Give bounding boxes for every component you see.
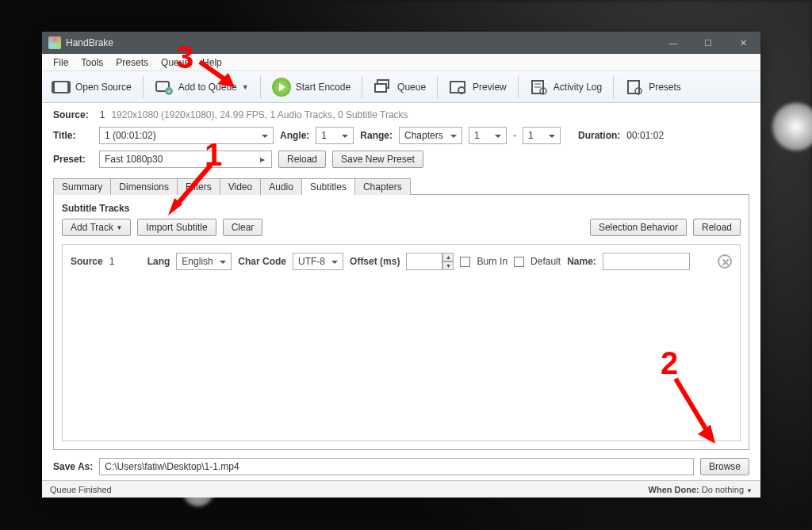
chevron-down-icon: ▼ (242, 83, 249, 91)
source-label: Source: (53, 109, 89, 120)
track-source-label: Source (71, 256, 103, 267)
presets-icon (625, 79, 644, 95)
tab-video[interactable]: Video (220, 178, 261, 195)
menu-queue[interactable]: Queue (155, 55, 196, 70)
queue-button[interactable]: Queue (369, 78, 431, 97)
tab-subtitles[interactable]: Subtitles (301, 178, 355, 195)
preview-button[interactable]: Preview (444, 78, 511, 97)
default-label: Default (530, 256, 561, 267)
preset-reload-button[interactable]: Reload (278, 151, 326, 168)
source-index: 1 (100, 109, 105, 120)
svg-rect-7 (375, 84, 386, 92)
presets-button[interactable]: Presets (620, 78, 686, 97)
track-charcode-select[interactable]: UTF-8 (293, 253, 343, 270)
save-new-preset-button[interactable]: Save New Preset (332, 151, 423, 168)
import-subtitle-button[interactable]: Import Subtitle (137, 219, 216, 236)
duration-value: 00:01:02 (626, 130, 664, 141)
menu-file[interactable]: File (47, 55, 75, 70)
tracks-list: Source 1 Lang English Char Code UTF-8 Of… (62, 244, 741, 441)
add-to-queue-label: Add to Queue (178, 82, 237, 93)
duration-label: Duration: (578, 130, 620, 141)
queue-icon (373, 79, 393, 95)
close-button[interactable]: ✕ (735, 38, 751, 48)
selection-behavior-button[interactable]: Selection Behavior (590, 219, 687, 236)
tab-chapters[interactable]: Chapters (354, 178, 411, 195)
range-label: Range: (360, 130, 393, 141)
tab-dimensions[interactable]: Dimensions (110, 178, 178, 195)
activity-log-label: Activity Log (553, 82, 602, 93)
remove-track-button[interactable] (718, 254, 732, 269)
burnin-checkbox[interactable] (460, 257, 470, 267)
activity-log-button[interactable]: Activity Log (525, 78, 607, 97)
menubar: File Tools Presets Queue Help (42, 54, 760, 71)
preview-label: Preview (473, 82, 507, 93)
open-source-label: Open Source (75, 82, 132, 93)
tabs: Summary Dimensions Filters Video Audio S… (53, 177, 749, 195)
browse-button[interactable]: Browse (700, 458, 749, 475)
menu-help[interactable]: Help (196, 55, 228, 70)
track-name-label: Name: (567, 256, 596, 267)
burnin-label: Burn In (477, 256, 508, 267)
default-checkbox[interactable] (514, 257, 524, 267)
film-icon (52, 79, 71, 95)
when-done-label: When Done: (649, 485, 699, 494)
app-title: HandBrake (66, 37, 665, 48)
svg-rect-2 (67, 82, 70, 93)
angle-label: Angle: (280, 130, 309, 141)
tab-summary[interactable]: Summary (53, 178, 111, 195)
track-lang-select[interactable]: English (176, 253, 232, 270)
svg-text:+: + (167, 88, 170, 95)
preset-label: Preset: (53, 154, 93, 165)
app-icon (48, 36, 61, 49)
add-to-queue-button[interactable]: + Add to Queue ▼ (150, 78, 254, 97)
track-source-value: 1 (109, 256, 141, 267)
track-name-input[interactable] (603, 253, 690, 270)
source-meta: 1920x1080 (1920x1080), 24.99 FPS, 1 Audi… (111, 109, 408, 120)
range-to-select[interactable]: 1 (523, 127, 561, 144)
svg-rect-1 (52, 82, 55, 93)
title-label: Title: (53, 130, 93, 141)
app-window: HandBrake ― ☐ ✕ File Tools Presets Queue… (42, 32, 760, 498)
preset-select[interactable]: Fast 1080p30 (99, 151, 272, 168)
status-left: Queue Finished (50, 485, 112, 494)
menu-presets[interactable]: Presets (109, 55, 155, 70)
clear-button[interactable]: Clear (223, 219, 263, 236)
range-sep: - (513, 130, 516, 141)
play-icon (272, 78, 291, 97)
menu-tools[interactable]: Tools (75, 55, 109, 70)
track-lang-label: Lang (147, 256, 170, 267)
tab-filters[interactable]: Filters (177, 178, 220, 195)
save-as-label: Save As: (53, 461, 93, 472)
angle-select[interactable]: 1 (316, 127, 354, 144)
titlebar: HandBrake ― ☐ ✕ (42, 32, 760, 54)
open-source-button[interactable]: Open Source (47, 78, 136, 97)
save-as-input[interactable]: C:\Users\fatiw\Desktop\1-1.mp4 (99, 458, 694, 475)
svg-rect-0 (52, 82, 70, 93)
add-queue-icon: + (155, 79, 174, 95)
title-select[interactable]: 1 (00:01:02) (99, 127, 274, 144)
when-done-select[interactable]: Do nothing ▼ (702, 485, 753, 494)
preset-row: Preset: Fast 1080p30 Reload Save New Pre… (53, 151, 749, 168)
subtitle-tracks-header: Subtitle Tracks (62, 203, 741, 214)
track-row: Source 1 Lang English Char Code UTF-8 Of… (71, 253, 732, 270)
minimize-button[interactable]: ― (665, 38, 681, 48)
title-row: Title: 1 (00:01:02) Angle: 1 Range: Chap… (53, 127, 749, 144)
maximize-button[interactable]: ☐ (700, 38, 716, 48)
start-encode-button[interactable]: Start Encode (267, 76, 355, 98)
subtitles-reload-button[interactable]: Reload (693, 219, 741, 236)
log-icon (530, 79, 549, 95)
tab-audio[interactable]: Audio (260, 178, 302, 195)
presets-label: Presets (649, 82, 681, 93)
subtitles-panel: Subtitle Tracks Add Track ▼ Import Subti… (53, 195, 749, 450)
save-as-row: Save As: C:\Users\fatiw\Desktop\1-1.mp4 … (53, 458, 749, 475)
start-encode-label: Start Encode (296, 82, 350, 93)
range-from-select[interactable]: 1 (469, 127, 507, 144)
track-offset-input[interactable]: ▲▼ (406, 253, 454, 270)
track-charcode-label: Char Code (238, 256, 286, 267)
range-mode-select[interactable]: Chapters (399, 127, 462, 144)
content: Source: 1 1920x1080 (1920x1080), 24.99 F… (42, 103, 760, 480)
track-offset-label: Offset (ms) (350, 256, 400, 267)
preview-icon (449, 79, 468, 95)
toolbar: Open Source + Add to Queue ▼ Start Encod… (42, 71, 760, 103)
add-track-button[interactable]: Add Track ▼ (62, 219, 131, 236)
